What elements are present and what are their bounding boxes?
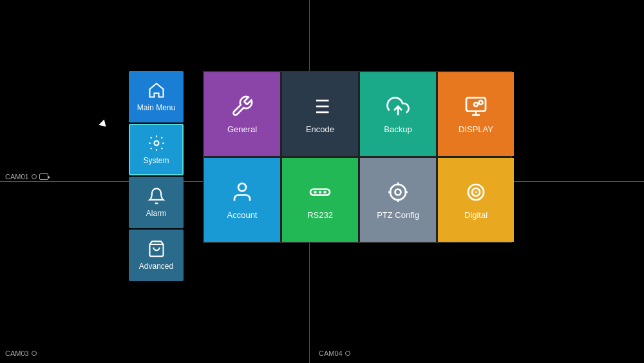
menu-tile-rs232[interactable]: RS232 [282, 158, 358, 242]
menu-display-label: DISPLAY [459, 124, 493, 134]
sidebar-item-advanced[interactable]: Advanced [129, 230, 184, 281]
svg-point-0 [154, 141, 158, 146]
menu-tile-ptz[interactable]: PTZ Config [360, 158, 436, 242]
camera-icon [39, 173, 48, 180]
sidebar-alarm-label: Alarm [146, 209, 166, 218]
svg-point-18 [323, 190, 327, 193]
svg-point-16 [314, 190, 317, 193]
upload-icon [386, 95, 410, 118]
ptz-icon [386, 181, 410, 204]
sidebar-system-label: System [143, 156, 169, 165]
svg-point-27 [475, 191, 477, 193]
sidebar-advanced-label: Advanced [139, 262, 173, 271]
shopping-bag-icon [147, 240, 166, 258]
record-indicator [32, 351, 37, 356]
display-icon [464, 95, 488, 118]
bell-icon [147, 187, 166, 205]
menu-account-label: Account [227, 210, 258, 220]
account-icon [231, 181, 254, 204]
gear-icon [147, 134, 166, 152]
menu-rs232-label: RS232 [307, 210, 333, 220]
rs232-icon [308, 181, 332, 204]
record-indicator [345, 351, 350, 356]
menu-tile-backup[interactable]: Backup [360, 72, 436, 156]
menu-backup-label: Backup [384, 124, 412, 134]
svg-point-14 [238, 183, 246, 191]
menu-tile-digital[interactable]: Digital [438, 158, 514, 242]
sidebar-main-menu-label: Main Menu [137, 103, 175, 112]
menu-tile-account[interactable]: Account [204, 158, 280, 242]
svg-point-13 [474, 103, 478, 106]
menu-tile-encode[interactable]: Encode [282, 72, 358, 156]
cam04-label: CAM04 [319, 349, 350, 357]
list-icon [308, 95, 332, 118]
menu-ptz-label: PTZ Config [377, 210, 419, 220]
sidebar: Main Menu System Alarm Advanced [129, 71, 184, 281]
menu-encode-label: Encode [306, 124, 334, 134]
menu-digital-label: Digital [464, 210, 488, 220]
digital-icon [464, 181, 488, 204]
menu-tile-general[interactable]: General [204, 72, 280, 156]
record-indicator [32, 174, 37, 179]
svg-point-17 [319, 190, 322, 193]
svg-point-19 [390, 184, 406, 200]
svg-point-12 [479, 101, 483, 104]
home-icon [147, 81, 166, 99]
cursor [100, 121, 108, 128]
menu-general-label: General [227, 124, 257, 134]
sidebar-item-main-menu[interactable]: Main Menu [129, 71, 184, 123]
cam03-label: CAM03 [5, 349, 37, 357]
menu-tile-display[interactable]: DISPLAY [438, 72, 514, 156]
cam01-label: CAM01 [5, 173, 48, 181]
sidebar-item-alarm[interactable]: Alarm [129, 177, 184, 228]
svg-point-20 [395, 189, 401, 195]
menu-grid: General Encode Backup DISPLAY [203, 71, 512, 243]
sidebar-item-system[interactable]: System [129, 124, 184, 175]
wrench-icon [231, 95, 254, 118]
